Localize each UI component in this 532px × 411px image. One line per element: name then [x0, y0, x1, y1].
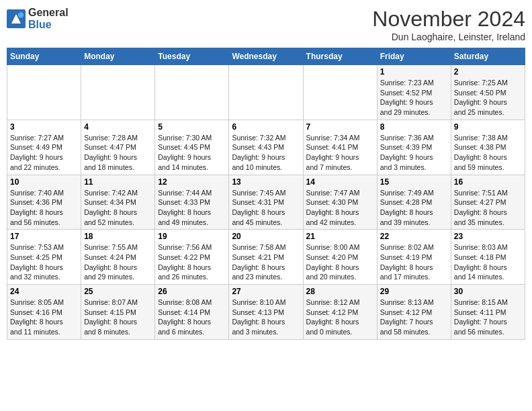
calendar-cell: 10Sunrise: 7:40 AMSunset: 4:36 PMDayligh… [7, 175, 81, 230]
calendar-cell: 25Sunrise: 8:07 AMSunset: 4:15 PMDayligh… [81, 285, 155, 340]
day-info: Sunrise: 7:51 AMSunset: 4:27 PMDaylight:… [454, 188, 522, 228]
logo: General Blue [7, 7, 69, 31]
day-info: Sunrise: 8:08 AMSunset: 4:14 PMDaylight:… [158, 298, 226, 337]
day-number: 28 [306, 287, 374, 296]
day-number: 8 [380, 122, 448, 132]
day-info: Sunrise: 7:40 AMSunset: 4:36 PMDaylight:… [10, 188, 78, 228]
day-number: 18 [84, 232, 152, 241]
day-number: 15 [380, 177, 448, 187]
day-info: Sunrise: 7:55 AMSunset: 4:24 PMDaylight:… [84, 242, 152, 282]
calendar-cell: 22Sunrise: 8:02 AMSunset: 4:19 PMDayligh… [377, 230, 451, 285]
weekday-header: Saturday [451, 48, 525, 65]
day-number: 2 [454, 67, 522, 77]
calendar-cell: 14Sunrise: 7:47 AMSunset: 4:30 PMDayligh… [303, 175, 377, 230]
calendar-cell: 16Sunrise: 7:51 AMSunset: 4:27 PMDayligh… [451, 175, 525, 230]
day-info: Sunrise: 7:25 AMSunset: 4:50 PMDaylight:… [454, 78, 522, 118]
day-number: 22 [380, 232, 448, 241]
day-info: Sunrise: 8:13 AMSunset: 4:12 PMDaylight:… [380, 298, 448, 337]
calendar-cell: 5Sunrise: 7:30 AMSunset: 4:45 PMDaylight… [155, 120, 229, 175]
day-number: 23 [454, 232, 522, 241]
calendar-cell: 24Sunrise: 8:05 AMSunset: 4:16 PMDayligh… [7, 285, 81, 340]
weekday-header: Sunday [7, 48, 81, 65]
day-number: 7 [306, 122, 374, 132]
day-info: Sunrise: 7:49 AMSunset: 4:28 PMDaylight:… [380, 188, 448, 228]
title-block: November 2024 Dun Laoghaire, Leinster, I… [372, 7, 525, 42]
calendar-cell [7, 65, 81, 120]
calendar-week-row: 1Sunrise: 7:23 AMSunset: 4:52 PMDaylight… [7, 65, 525, 120]
day-number: 10 [10, 177, 78, 187]
day-number: 6 [232, 122, 300, 132]
calendar-cell: 1Sunrise: 7:23 AMSunset: 4:52 PMDaylight… [377, 65, 451, 120]
calendar-cell: 23Sunrise: 8:03 AMSunset: 4:18 PMDayligh… [451, 230, 525, 285]
day-info: Sunrise: 8:02 AMSunset: 4:19 PMDaylight:… [380, 242, 448, 282]
calendar-cell: 28Sunrise: 8:12 AMSunset: 4:12 PMDayligh… [303, 285, 377, 340]
day-number: 16 [454, 177, 522, 187]
logo-blue: Blue [28, 19, 52, 30]
calendar-week-row: 24Sunrise: 8:05 AMSunset: 4:16 PMDayligh… [7, 285, 525, 340]
calendar-cell [81, 65, 155, 120]
calendar-cell: 19Sunrise: 7:56 AMSunset: 4:22 PMDayligh… [155, 230, 229, 285]
day-number: 24 [10, 287, 78, 296]
calendar-cell [155, 65, 229, 120]
calendar-week-row: 10Sunrise: 7:40 AMSunset: 4:36 PMDayligh… [7, 175, 525, 230]
calendar-cell: 11Sunrise: 7:42 AMSunset: 4:34 PMDayligh… [81, 175, 155, 230]
day-info: Sunrise: 8:07 AMSunset: 4:15 PMDaylight:… [84, 298, 152, 337]
day-number: 5 [158, 122, 226, 132]
calendar-cell: 8Sunrise: 7:36 AMSunset: 4:39 PMDaylight… [377, 120, 451, 175]
calendar-cell: 12Sunrise: 7:44 AMSunset: 4:33 PMDayligh… [155, 175, 229, 230]
day-info: Sunrise: 8:05 AMSunset: 4:16 PMDaylight:… [10, 298, 78, 337]
day-number: 26 [158, 287, 226, 296]
day-number: 4 [84, 122, 152, 132]
calendar-cell [303, 65, 377, 120]
day-info: Sunrise: 7:44 AMSunset: 4:33 PMDaylight:… [158, 188, 226, 228]
calendar-cell: 26Sunrise: 8:08 AMSunset: 4:14 PMDayligh… [155, 285, 229, 340]
calendar-cell: 30Sunrise: 8:15 AMSunset: 4:11 PMDayligh… [451, 285, 525, 340]
day-number: 1 [380, 67, 448, 77]
weekday-header: Monday [81, 48, 155, 65]
day-number: 11 [84, 177, 152, 187]
day-number: 21 [306, 232, 374, 241]
location: Dun Laoghaire, Leinster, Ireland [372, 32, 525, 42]
day-info: Sunrise: 7:56 AMSunset: 4:22 PMDaylight:… [158, 242, 226, 282]
calendar-cell: 29Sunrise: 8:13 AMSunset: 4:12 PMDayligh… [377, 285, 451, 340]
day-info: Sunrise: 7:30 AMSunset: 4:45 PMDaylight:… [158, 133, 226, 173]
day-info: Sunrise: 7:58 AMSunset: 4:21 PMDaylight:… [232, 242, 300, 282]
day-number: 30 [454, 287, 522, 296]
page-header: General Blue November 2024 Dun Laoghaire… [7, 7, 525, 42]
weekday-header: Wednesday [229, 48, 303, 65]
calendar-cell: 18Sunrise: 7:55 AMSunset: 4:24 PMDayligh… [81, 230, 155, 285]
month-year: November 2024 [372, 7, 525, 32]
day-info: Sunrise: 7:34 AMSunset: 4:41 PMDaylight:… [306, 133, 374, 173]
logo-icon [7, 9, 26, 28]
day-info: Sunrise: 8:15 AMSunset: 4:11 PMDaylight:… [454, 298, 522, 337]
calendar-cell: 3Sunrise: 7:27 AMSunset: 4:49 PMDaylight… [7, 120, 81, 175]
calendar-cell: 2Sunrise: 7:25 AMSunset: 4:50 PMDaylight… [451, 65, 525, 120]
calendar: SundayMondayTuesdayWednesdayThursdayFrid… [7, 48, 525, 340]
weekday-header-row: SundayMondayTuesdayWednesdayThursdayFrid… [7, 48, 525, 65]
weekday-header: Tuesday [155, 48, 229, 65]
day-info: Sunrise: 7:45 AMSunset: 4:31 PMDaylight:… [232, 188, 300, 228]
calendar-cell: 21Sunrise: 8:00 AMSunset: 4:20 PMDayligh… [303, 230, 377, 285]
calendar-cell: 15Sunrise: 7:49 AMSunset: 4:28 PMDayligh… [377, 175, 451, 230]
day-number: 20 [232, 232, 300, 241]
day-info: Sunrise: 7:32 AMSunset: 4:43 PMDaylight:… [232, 133, 300, 173]
day-info: Sunrise: 7:42 AMSunset: 4:34 PMDaylight:… [84, 188, 152, 228]
day-info: Sunrise: 8:12 AMSunset: 4:12 PMDaylight:… [306, 298, 374, 337]
calendar-cell: 13Sunrise: 7:45 AMSunset: 4:31 PMDayligh… [229, 175, 303, 230]
day-number: 19 [158, 232, 226, 241]
day-info: Sunrise: 7:38 AMSunset: 4:38 PMDaylight:… [454, 133, 522, 173]
calendar-cell: 20Sunrise: 7:58 AMSunset: 4:21 PMDayligh… [229, 230, 303, 285]
day-number: 17 [10, 232, 78, 241]
weekday-header: Friday [377, 48, 451, 65]
day-info: Sunrise: 8:03 AMSunset: 4:18 PMDaylight:… [454, 242, 522, 282]
weekday-header: Thursday [303, 48, 377, 65]
day-number: 12 [158, 177, 226, 187]
calendar-week-row: 17Sunrise: 7:53 AMSunset: 4:25 PMDayligh… [7, 230, 525, 285]
calendar-cell: 9Sunrise: 7:38 AMSunset: 4:38 PMDaylight… [451, 120, 525, 175]
day-info: Sunrise: 8:00 AMSunset: 4:20 PMDaylight:… [306, 242, 374, 282]
calendar-week-row: 3Sunrise: 7:27 AMSunset: 4:49 PMDaylight… [7, 120, 525, 175]
day-info: Sunrise: 7:36 AMSunset: 4:39 PMDaylight:… [380, 133, 448, 173]
day-number: 3 [10, 122, 78, 132]
calendar-cell [229, 65, 303, 120]
day-number: 27 [232, 287, 300, 296]
